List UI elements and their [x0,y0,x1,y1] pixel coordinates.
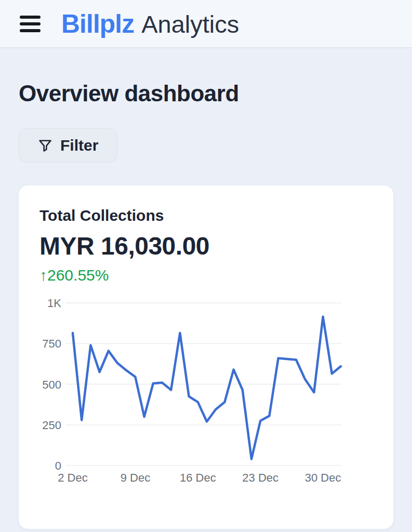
collections-line-chart: 02505007501K2 Dec9 Dec16 Dec23 Dec30 Dec [39,291,373,488]
filter-button-label: Filter [60,137,98,154]
svg-text:30 Dec: 30 Dec [305,471,341,484]
svg-text:23 Dec: 23 Dec [242,471,278,484]
card-title: Total Collections [39,207,373,224]
main-content: Overview dashboard Filter Total Collecti… [0,81,412,529]
svg-text:9 Dec: 9 Dec [121,471,150,484]
svg-text:1K: 1K [47,297,61,310]
funnel-icon [38,138,52,153]
page-title: Overview dashboard [19,81,393,107]
hamburger-bar [20,16,41,19]
hamburger-menu-icon[interactable] [20,16,41,32]
total-collections-card: Total Collections MYR 16,030.00 ↑260.55%… [19,185,393,529]
brand-row: Billplz Analytics [61,9,239,39]
filter-button[interactable]: Filter [19,128,117,163]
hamburger-bar [20,22,41,25]
svg-text:0: 0 [55,459,61,472]
svg-text:2 Dec: 2 Dec [58,471,87,484]
total-collections-amount: MYR 16,030.00 [39,232,373,260]
svg-text:250: 250 [42,419,61,432]
app-header: Billplz Analytics [0,0,412,48]
up-arrow-icon: ↑ [39,267,47,284]
chart-wrap: 02505007501K2 Dec9 Dec16 Dec23 Dec30 Dec [39,291,373,488]
delta-row: ↑260.55% [39,267,373,284]
brand-name: Billplz [61,9,134,39]
delta-percentage: 260.55% [47,267,109,284]
svg-text:750: 750 [42,337,61,350]
svg-text:500: 500 [42,378,61,391]
hamburger-bar [20,29,41,32]
app-name: Analytics [141,10,239,38]
svg-text:16 Dec: 16 Dec [180,471,216,484]
